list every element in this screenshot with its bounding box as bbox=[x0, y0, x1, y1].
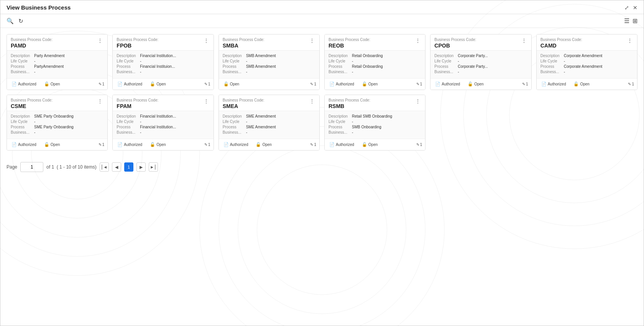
description-label: Description bbox=[329, 54, 350, 58]
description-row: Description Corporate Party... bbox=[434, 54, 527, 58]
open-button[interactable]: 🔓 Open bbox=[360, 141, 379, 148]
open-button[interactable]: 🔓 Open bbox=[148, 81, 167, 87]
file-icon: 📄 bbox=[223, 142, 229, 147]
card-footer: 📄 Authorized 🔓 Open ✎ 1 bbox=[537, 78, 637, 90]
authorized-button[interactable]: 📄 Authorized bbox=[116, 81, 144, 87]
lifecycle-value: - bbox=[140, 120, 209, 124]
authorized-button[interactable]: 📄 Authorized bbox=[540, 81, 568, 87]
open-button[interactable]: 🔓 Open bbox=[222, 81, 241, 87]
card-header-info: Business Process Code: PAMD bbox=[11, 38, 53, 49]
card-body: Description Party Amendment Life Cycle -… bbox=[7, 51, 107, 78]
card-menu-icon[interactable]: ⋮ bbox=[203, 98, 210, 104]
edit-count[interactable]: ✎ 1 bbox=[99, 143, 105, 147]
description-value: Financial Institution... bbox=[140, 114, 209, 118]
card-menu-icon[interactable]: ⋮ bbox=[203, 38, 210, 44]
edit-count[interactable]: ✎ 1 bbox=[204, 82, 210, 86]
edit-icon: ✎ bbox=[204, 143, 207, 147]
last-page-button[interactable]: ►⎮ bbox=[149, 162, 158, 172]
edit-icon: ✎ bbox=[416, 143, 419, 147]
lifecycle-value: - bbox=[34, 120, 104, 124]
page-input[interactable] bbox=[20, 162, 43, 172]
edit-icon: ✎ bbox=[204, 82, 207, 86]
first-page-button[interactable]: ⎮◄ bbox=[100, 162, 109, 172]
count-value: 1 bbox=[208, 82, 210, 86]
lifecycle-label: Life Cycle bbox=[329, 120, 350, 124]
card-header: Business Process Code: CSME ⋮ bbox=[7, 95, 107, 111]
refresh-icon[interactable]: ↻ bbox=[18, 18, 23, 25]
card-menu-icon[interactable]: ⋮ bbox=[97, 98, 104, 104]
authorized-button[interactable]: 📄 Authorized bbox=[10, 81, 38, 87]
open-button[interactable]: 🔓 Open bbox=[254, 141, 273, 148]
authorized-label: Authorized bbox=[442, 82, 460, 86]
process-value: Financial Instituion... bbox=[140, 64, 209, 69]
card-code-value: CSME bbox=[11, 103, 53, 109]
description-value: Retail SMB Onboarding bbox=[352, 114, 421, 118]
process-label: Process bbox=[117, 125, 138, 129]
grid-view-icon[interactable]: ⊞ bbox=[632, 17, 637, 25]
page-number-button[interactable]: 1 bbox=[124, 162, 133, 172]
process-value: SMB Onboarding bbox=[352, 125, 421, 129]
description-row: Description Party Amendment bbox=[11, 54, 104, 58]
card-code-label: Business Process Code: bbox=[329, 98, 370, 102]
card-code-value: RSMB bbox=[329, 103, 370, 109]
description-label: Description bbox=[223, 54, 244, 58]
lifecycle-value: - bbox=[352, 59, 421, 63]
edit-count[interactable]: ✎ 1 bbox=[522, 82, 528, 86]
process-label: Process bbox=[223, 64, 244, 69]
open-button[interactable]: 🔓 Open bbox=[572, 81, 591, 87]
prev-page-button[interactable]: ◀ bbox=[112, 162, 121, 172]
list-view-icon[interactable]: ☰ bbox=[624, 17, 629, 25]
business-label: Business... bbox=[223, 70, 244, 74]
business-row: Business... - bbox=[11, 70, 104, 74]
card-menu-icon[interactable]: ⋮ bbox=[626, 38, 633, 44]
edit-count[interactable]: ✎ 1 bbox=[416, 143, 422, 147]
lifecycle-label: Life Cycle bbox=[329, 59, 350, 63]
business-row: Business... - bbox=[223, 70, 315, 74]
card-code-value: FPOB bbox=[117, 43, 158, 49]
edit-count[interactable]: ✎ 1 bbox=[99, 82, 105, 86]
edit-count[interactable]: ✎ 1 bbox=[310, 143, 316, 147]
card-code-label: Business Process Code: bbox=[223, 98, 264, 102]
open-button[interactable]: 🔓 Open bbox=[43, 81, 61, 87]
edit-count[interactable]: ✎ 1 bbox=[416, 82, 422, 86]
authorized-label: Authorized bbox=[230, 143, 248, 147]
edit-count[interactable]: ✎ 1 bbox=[628, 82, 634, 86]
authorized-button[interactable]: 📄 Authorized bbox=[116, 141, 144, 148]
maximize-icon[interactable]: ⤢ bbox=[624, 5, 629, 11]
file-icon: 📄 bbox=[435, 82, 440, 87]
description-label: Description bbox=[117, 114, 138, 118]
lock-icon: 🔓 bbox=[150, 142, 155, 147]
card-menu-icon[interactable]: ⋮ bbox=[97, 38, 104, 44]
card-menu-icon[interactable]: ⋮ bbox=[521, 38, 527, 44]
business-row: Business... - bbox=[329, 130, 421, 134]
card-menu-icon[interactable]: ⋮ bbox=[414, 38, 421, 44]
card-header: Business Process Code: SMBA ⋮ bbox=[219, 34, 319, 51]
search-icon[interactable]: 🔍 bbox=[7, 18, 14, 25]
card-code-value: REOB bbox=[329, 43, 370, 49]
process-value: SME Party Onboarding bbox=[34, 125, 104, 129]
next-page-button[interactable]: ▶ bbox=[136, 162, 146, 172]
open-button[interactable]: 🔓 Open bbox=[360, 81, 379, 87]
process-label: Process bbox=[540, 64, 562, 69]
authorized-button[interactable]: 📄 Authorized bbox=[10, 141, 38, 148]
svg-point-8 bbox=[257, 165, 387, 295]
open-button[interactable]: 🔓 Open bbox=[43, 141, 61, 148]
card-menu-icon[interactable]: ⋮ bbox=[414, 98, 421, 104]
description-label: Description bbox=[540, 54, 562, 58]
edit-count[interactable]: ✎ 1 bbox=[204, 143, 210, 147]
card-menu-icon[interactable]: ⋮ bbox=[309, 38, 315, 44]
close-icon[interactable]: ✕ bbox=[633, 5, 637, 11]
process-value: PartyAmendment bbox=[34, 64, 104, 69]
authorized-button[interactable]: 📄 Authorized bbox=[434, 81, 462, 87]
business-row: Business... - bbox=[11, 130, 104, 134]
lifecycle-label: Life Cycle bbox=[540, 59, 562, 63]
authorized-button[interactable]: 📄 Authorized bbox=[328, 81, 356, 87]
card-menu-icon[interactable]: ⋮ bbox=[309, 98, 315, 104]
open-button[interactable]: 🔓 Open bbox=[466, 81, 485, 87]
authorized-button[interactable]: 📄 Authorized bbox=[328, 141, 356, 148]
authorized-button[interactable]: 📄 Authorized bbox=[222, 141, 250, 148]
open-button[interactable]: 🔓 Open bbox=[148, 141, 167, 148]
card-code-label: Business Process Code: bbox=[117, 38, 158, 42]
edit-count[interactable]: ✎ 1 bbox=[310, 82, 316, 86]
edit-icon: ✎ bbox=[310, 82, 313, 86]
